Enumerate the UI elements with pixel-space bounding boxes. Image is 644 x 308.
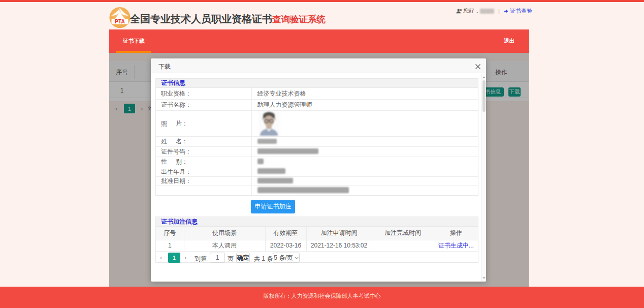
svg-text:PTA: PTA (115, 19, 124, 24)
